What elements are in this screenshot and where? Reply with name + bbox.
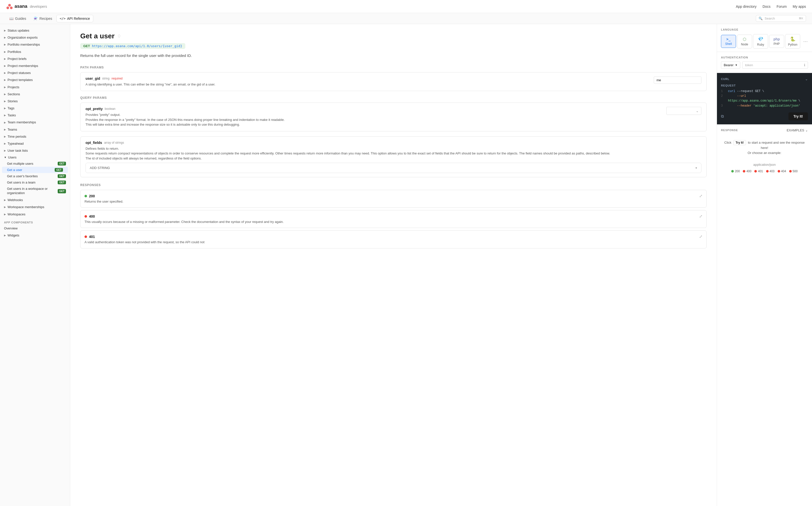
add-string-button[interactable]: ADD STRING + [85, 163, 702, 173]
sidebar-item-project-memberships[interactable]: ▶ Project memberships [0, 63, 70, 70]
tab-guides[interactable]: 📖 Guides [6, 15, 29, 22]
sidebar-item-overview[interactable]: Overview [0, 225, 70, 232]
sidebar-item-users[interactable]: ▼ Users [0, 154, 70, 161]
expand-icon[interactable]: ⤢ [699, 234, 703, 239]
sidebar-label: Teams [7, 128, 17, 132]
sidebar-item-tags[interactable]: ▶ Tags [0, 105, 70, 112]
sidebar-item-widgets[interactable]: ▶ Widgets [0, 232, 70, 239]
response-description: Returns the user specified. [84, 199, 703, 204]
docs-link[interactable]: Docs [762, 4, 770, 8]
sidebar-item-org-exports[interactable]: ▶ Organization exports [0, 34, 70, 41]
sidebar-sub-item-get-multiple-users[interactable]: Get multiple users GET [0, 161, 70, 167]
chevron-right-icon: ▶ [4, 43, 6, 47]
curl-text [728, 104, 735, 107]
try-it-link-text[interactable]: Try It! [733, 140, 746, 145]
sidebar-item-webhooks[interactable]: ▶ Webhooks [0, 196, 70, 203]
opt-pretty-select[interactable]: ⌄ [666, 107, 702, 115]
lang-tab-python[interactable]: 🐍 Python [785, 34, 800, 49]
response-400: 400 ⤢ This usually occurs because of a m… [80, 210, 707, 228]
sidebar-item-teams[interactable]: ▶ Teams [0, 126, 70, 133]
sidebar-item-typeahead[interactable]: ▶ Typeahead [0, 140, 70, 147]
sidebar-sub-item-get-users-in-team[interactable]: Get users in a team GET [0, 179, 70, 185]
chevron-right-icon: ▶ [4, 234, 6, 237]
endpoint-method: GET [83, 44, 90, 48]
param-required: required [111, 77, 123, 80]
chevron-down-icon: ⌄ [805, 129, 808, 132]
sidebar-item-project-statuses[interactable]: ▶ Project statuses [0, 70, 70, 77]
sidebar-item-workspaces[interactable]: ▶ Workspaces [0, 211, 70, 218]
chevron-right-icon: ▶ [4, 142, 6, 146]
status-codes: 200 400 401 403 404 [721, 169, 808, 173]
chevron-right-icon: ▶ [4, 106, 6, 110]
status-code-500[interactable]: 500 [789, 169, 798, 173]
lang-tab-php[interactable]: php PHP [769, 35, 784, 48]
sidebar-item-team-memberships[interactable]: ▶ Team memberships [0, 119, 70, 126]
auth-method-select[interactable]: Bearer ▼ [721, 62, 740, 69]
sidebar-item-user-task-lists[interactable]: ▶ User task lists [0, 147, 70, 154]
param-details: user_gid string required A string identi… [85, 77, 650, 87]
curl-content: --header 'accept: application/json' [728, 103, 800, 108]
page-title-row: Get a user ♢ [80, 32, 707, 40]
curl-collapse-icon[interactable]: ⌄ [805, 77, 808, 81]
status-code-400[interactable]: 400 [743, 169, 751, 173]
param-type: string [102, 77, 109, 80]
param-row: user_gid string required A string identi… [85, 77, 702, 87]
chevron-right-icon: ▶ [4, 50, 6, 54]
sidebar-sub-item-get-user-favorites[interactable]: Get a user's favorites GET [0, 173, 70, 179]
get-badge: GET [58, 174, 66, 178]
more-languages-icon[interactable]: ⋯ [801, 36, 810, 46]
main-content: Get a user ♢ GET https://app.asana.com/a… [70, 24, 717, 506]
try-it-button[interactable]: Try It! [789, 112, 808, 120]
sidebar-item-projects[interactable]: ▶ Projects [0, 84, 70, 91]
forum-link[interactable]: Forum [777, 4, 787, 8]
sidebar-item-tasks[interactable]: ▶ Tasks [0, 112, 70, 119]
sidebar-item-stories[interactable]: ▶ Stories [0, 98, 70, 105]
status-code-404[interactable]: 404 [778, 169, 786, 173]
response-200: 200 ⤢ Returns the user specified. [80, 190, 707, 207]
lang-tab-node[interactable]: ⬡ Node [737, 34, 752, 49]
auth-token-input[interactable]: token ℹ [742, 62, 808, 69]
sidebar-sub-item-get-users-workspace[interactable]: Get users in a workspace or organization… [0, 185, 70, 196]
copy-icon[interactable]: ⧉ [721, 114, 724, 118]
curl-title: CURL [721, 78, 730, 81]
response-header: 200 ⤢ [84, 193, 703, 198]
path-params-title: PATH PARAMS [80, 66, 707, 69]
tab-recipes[interactable]: ⚗️ Recipes [30, 15, 56, 22]
sidebar-item-project-briefs[interactable]: ▶ Project briefs [0, 56, 70, 63]
sidebar-item-portfolio-memberships[interactable]: ▶ Portfolio memberships [0, 41, 70, 48]
sidebar-item-workspace-memberships[interactable]: ▶ Workspace memberships [0, 203, 70, 210]
asana-logo[interactable]: asana developers [6, 3, 47, 10]
status-code-label: 400 [746, 169, 751, 173]
status-code-403[interactable]: 403 [766, 169, 775, 173]
sidebar-sub-item-get-a-user[interactable]: Get a user GET [2, 167, 68, 173]
sidebar-item-sections[interactable]: ▶ Sections [0, 91, 70, 98]
status-code-401[interactable]: 401 [754, 169, 763, 173]
sidebar-item-status-updates[interactable]: ▶ Status updates [0, 27, 70, 34]
sidebar-item-project-templates[interactable]: ▶ Project templates [0, 77, 70, 84]
chevron-right-icon: ▶ [4, 99, 6, 103]
curl-line-1: 1 curl --request GET \ [721, 89, 808, 94]
my-apps-link[interactable]: My apps [793, 4, 806, 8]
response-description: A valid authentication token was not pro… [84, 240, 703, 245]
status-code-200[interactable]: 200 [731, 169, 740, 173]
expand-icon[interactable]: ⤢ [699, 193, 703, 198]
sidebar-item-time-periods[interactable]: ▶ Time periods [0, 133, 70, 140]
bookmark-icon[interactable]: ♢ [117, 33, 121, 39]
sidebar-item-portfolios[interactable]: ▶ Portfolios [0, 49, 70, 56]
expand-icon[interactable]: ⤢ [699, 214, 703, 219]
examples-link[interactable]: EXAMPLES ⌄ [787, 129, 808, 132]
search-box[interactable]: 🔍 Search ⌘K [756, 15, 806, 22]
param-name: user_gid [85, 77, 100, 81]
sidebar-label: Widgets [7, 233, 19, 238]
app-directory-link[interactable]: App directory [736, 4, 756, 8]
user-gid-input[interactable] [654, 77, 702, 84]
node-icon: ⬡ [743, 37, 746, 41]
auth-method-label: Bearer [724, 63, 733, 67]
lang-tab-shell[interactable]: >_ Shell [721, 35, 736, 48]
tab-api-reference[interactable]: </> API Reference [57, 15, 93, 22]
curl-content: --url https://app.asana.com/api/1.0/user… [728, 94, 808, 103]
chevron-right-icon: ▶ [4, 205, 6, 209]
lang-tab-ruby[interactable]: 💎 Ruby [753, 34, 768, 49]
param-header: user_gid string required [85, 77, 650, 81]
sidebar-label: User task lists [7, 149, 28, 153]
